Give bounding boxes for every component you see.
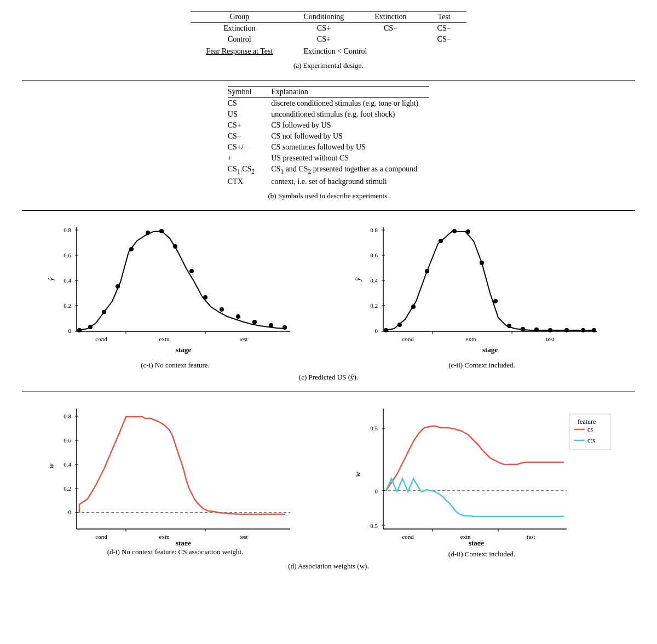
svg-text:cs: cs	[587, 426, 593, 433]
section-a: Group Conditioning Extinction Test Extin…	[22, 11, 635, 70]
col-test: Test	[422, 12, 466, 23]
svg-text:stage: stage	[482, 346, 498, 354]
fear-row: Fear Response at Test Extinction < Contr…	[191, 45, 466, 57]
svg-point-62	[534, 327, 539, 332]
section-d-caption: (d) Association weights (w).	[22, 562, 635, 571]
svg-text:test: test	[239, 336, 247, 342]
experimental-design-table: Group Conditioning Extinction Test Extin…	[191, 11, 466, 57]
col-group: Group	[191, 12, 288, 23]
svg-text:test: test	[239, 533, 247, 540]
section-b: Symbol Explanation CS discrete condition…	[22, 80, 635, 200]
svg-point-19	[102, 310, 106, 314]
svg-point-21	[129, 247, 134, 251]
symbols-table: Symbol Explanation CS discrete condition…	[228, 86, 429, 187]
svg-point-64	[564, 328, 569, 332]
svg-text:extn: extn	[466, 336, 476, 342]
svg-text:0.8: 0.8	[64, 227, 71, 233]
table-row: CTX context, i.e. set of background stim…	[228, 176, 429, 187]
svg-text:w: w	[47, 463, 55, 468]
svg-text:stage: stage	[176, 346, 191, 354]
svg-text:w: w	[354, 471, 362, 476]
symbol-header: Symbol	[228, 87, 271, 98]
svg-text:0.6: 0.6	[64, 437, 71, 444]
svg-point-27	[220, 307, 224, 312]
section-d: 0 0.2 0.4 0.6 0.8 w cond extn test stage	[22, 392, 635, 571]
test-extinction: CS−	[422, 23, 466, 34]
table-row: Extinction CS+ CS− CS−	[191, 23, 466, 34]
table-row: CS+ CS followed by US	[228, 120, 429, 131]
svg-text:test: test	[527, 533, 535, 540]
svg-point-25	[189, 269, 194, 273]
svg-text:0: 0	[375, 488, 378, 495]
section-c: 0 0.2 0.4 0.6 0.8 ŷ cond extn test stage	[22, 210, 635, 382]
svg-point-63	[548, 328, 552, 332]
svg-point-55	[439, 239, 443, 243]
svg-text:0: 0	[375, 327, 378, 334]
section-b-caption: (b) Symbols used to describe experiments…	[22, 192, 635, 200]
svg-point-29	[252, 320, 257, 324]
subcaption-d-i: (d-i) No context feature: CS association…	[107, 548, 244, 556]
svg-d-ii: 0.5 0 −0.5 w cond extn test stage	[350, 398, 613, 545]
svg-text:0.4: 0.4	[64, 461, 71, 468]
svg-text:0: 0	[68, 327, 72, 334]
svg-point-30	[269, 323, 273, 327]
explanation-us: unconditioned stimulus (e.g. foot shock)	[271, 109, 429, 120]
chart-d-ii: 0.5 0 −0.5 w cond extn test stage	[341, 398, 623, 559]
svg-text:cond: cond	[95, 533, 107, 540]
table-row: + US presented without CS	[228, 153, 429, 164]
svg-d-i: 0 0.2 0.4 0.6 0.8 w cond extn test stage	[44, 398, 307, 545]
svg-text:ŷ: ŷ	[47, 277, 55, 282]
svg-point-24	[173, 244, 177, 249]
explanation-csminus: CS not followed by US	[271, 131, 429, 142]
svg-point-18	[88, 325, 93, 329]
section-a-caption: (a) Experimental design.	[22, 61, 635, 70]
symbol-ctx: CTX	[228, 176, 271, 187]
charts-row-c: 0 0.2 0.4 0.6 0.8 ŷ cond extn test stage	[22, 216, 635, 370]
svg-point-56	[452, 229, 457, 233]
svg-text:0.6: 0.6	[64, 252, 71, 258]
symbol-csminus: CS−	[228, 131, 271, 142]
explanation-plus: US presented without CS	[271, 153, 429, 164]
svg-text:test: test	[546, 336, 554, 342]
svg-point-54	[425, 269, 429, 273]
svg-text:0.8: 0.8	[64, 413, 71, 419]
subcaption-c-i: (c-i) No context feature.	[141, 361, 210, 370]
table-row: US unconditioned stimulus (e.g. foot sho…	[228, 109, 429, 120]
svg-text:cond: cond	[402, 533, 414, 540]
svg-text:extn: extn	[159, 336, 170, 342]
svg-c-i: 0 0.2 0.4 0.6 0.8 ŷ cond extn test stage	[44, 216, 307, 359]
symbol-us: US	[228, 109, 271, 120]
svg-point-58	[480, 261, 484, 265]
col-extinction: Extinction	[359, 12, 422, 23]
subcaption-c-ii: (c-ii) Context included.	[448, 361, 515, 370]
svg-c-ii: 0 0.2 0.4 0.6 0.8 ŷ cond extn test stage	[350, 216, 613, 359]
svg-point-60	[507, 324, 511, 328]
svg-point-53	[411, 304, 416, 309]
svg-text:ŷ: ŷ	[354, 277, 362, 282]
chart-d-ii-wrapper: 0.5 0 −0.5 w cond extn test stage	[350, 398, 613, 548]
symbol-csplusminus: CS+/−	[228, 142, 271, 153]
test-control: CS−	[422, 34, 466, 45]
cond-control: CS+	[288, 34, 359, 45]
svg-text:0.4: 0.4	[64, 277, 71, 284]
table-row: CS1.CS2 CS1 and CS2 presented together a…	[228, 164, 429, 176]
svg-text:0.2: 0.2	[64, 302, 71, 309]
svg-text:cond: cond	[95, 336, 107, 342]
section-c-caption: (c) Predicted US (ŷ).	[22, 373, 635, 382]
svg-text:0.6: 0.6	[370, 252, 378, 258]
explanation-ctx: context, i.e. set of background stimuli	[271, 176, 429, 187]
svg-point-22	[146, 231, 150, 235]
svg-text:0.2: 0.2	[64, 485, 71, 492]
fear-label: Fear Response at Test	[191, 45, 288, 57]
svg-text:0.2: 0.2	[370, 302, 378, 309]
explanation-csplusminus: CS sometimes followed by US	[271, 142, 429, 153]
explanation-cs1cs2: CS1 and CS2 presented together as a comp…	[271, 164, 429, 176]
symbol-csplus: CS+	[228, 120, 271, 131]
svg-point-17	[77, 328, 82, 332]
table-row: Control CS+ CS−	[191, 34, 466, 45]
svg-point-20	[116, 284, 120, 289]
charts-row-d: 0 0.2 0.4 0.6 0.8 w cond extn test stage	[22, 398, 635, 559]
fear-value: Extinction < Control	[288, 45, 466, 57]
explanation-header: Explanation	[271, 87, 429, 98]
group-control: Control	[191, 34, 288, 45]
